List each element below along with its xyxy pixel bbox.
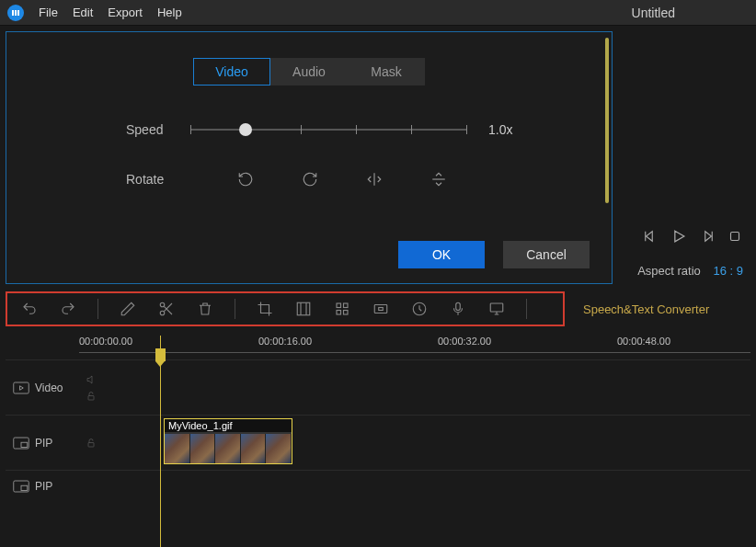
split-icon[interactable] (157, 300, 176, 318)
rotate-label: Rotate (126, 172, 190, 187)
svg-rect-25 (21, 442, 28, 447)
app-logo (7, 5, 24, 21)
speed-row: Speed 1.0x (25, 120, 593, 139)
mute-icon[interactable] (86, 374, 97, 385)
track-video[interactable]: Video (6, 359, 750, 415)
svg-rect-16 (374, 305, 387, 313)
svg-rect-23 (88, 395, 94, 400)
svg-rect-13 (344, 303, 349, 308)
tab-audio[interactable]: Audio (270, 58, 348, 85)
svg-rect-0 (12, 10, 14, 16)
edit-icon[interactable] (119, 300, 137, 318)
aspect-ratio-label: Aspect ratio (637, 264, 701, 278)
rotate-ccw-icon[interactable] (236, 170, 255, 188)
clip-filename: MyVideo_1.gif (165, 419, 292, 432)
cancel-button[interactable]: Cancel (503, 241, 590, 268)
speed-label: Speed (126, 122, 190, 137)
stop-button[interactable] (727, 228, 743, 247)
menu-export[interactable]: Export (108, 6, 143, 19)
freeze-frame-icon[interactable] (372, 300, 390, 318)
aspect-ratio-value[interactable]: 16 : 9 (713, 264, 743, 278)
undo-icon[interactable] (20, 300, 39, 318)
svg-rect-21 (14, 382, 29, 393)
delete-icon[interactable] (196, 300, 214, 318)
svg-rect-28 (21, 485, 28, 490)
speed-value: 1.0x (488, 122, 512, 137)
lock-icon[interactable] (86, 438, 97, 449)
duration-icon[interactable] (410, 300, 429, 318)
dialog-tabs: Video Audio Mask (25, 58, 593, 85)
track-pip-2[interactable]: PIP (6, 470, 750, 501)
playhead[interactable] (160, 336, 161, 547)
svg-rect-2 (17, 10, 19, 16)
svg-marker-6 (705, 232, 712, 242)
track-pip-1[interactable]: PIP MyVideo_1.gif (6, 415, 750, 470)
speed-slider-thumb[interactable] (239, 123, 252, 136)
timeline-toolbar (6, 291, 565, 326)
svg-point-10 (160, 311, 165, 315)
track-pip1-label: PIP (35, 437, 52, 450)
menubar: File Edit Export Help Untitled (0, 0, 756, 26)
rotate-cw-icon[interactable] (301, 170, 319, 188)
timeline-clip[interactable]: MyVideo_1.gif (164, 418, 292, 464)
svg-point-9 (160, 302, 165, 307)
ruler-tick-1: 00:00:16.00 (258, 336, 312, 347)
menu-edit[interactable]: Edit (73, 6, 93, 19)
record-screen-icon[interactable] (487, 300, 506, 318)
svg-marker-5 (675, 231, 684, 242)
play-button[interactable] (670, 227, 688, 248)
speech-text-converter-link[interactable]: Speech&Text Converter (583, 302, 709, 316)
svg-rect-14 (337, 311, 341, 315)
tab-video[interactable]: Video (193, 58, 270, 85)
panel-scrollbar[interactable] (605, 38, 609, 203)
lock-icon[interactable] (86, 391, 97, 402)
timeline-ruler[interactable]: 00:00:00.00 00:00:16.00 00:00:32.00 00:0… (79, 336, 750, 359)
aspect-ratio-row: Aspect ratio 16 : 9 (637, 264, 743, 278)
voiceover-icon[interactable] (449, 300, 467, 318)
tab-mask[interactable]: Mask (348, 58, 425, 85)
playback-controls (642, 227, 743, 248)
rotate-row: Rotate (25, 170, 593, 188)
svg-rect-12 (337, 303, 341, 308)
flip-vertical-icon[interactable] (430, 170, 448, 188)
svg-marker-22 (20, 385, 24, 390)
menu-file[interactable]: File (39, 6, 58, 19)
svg-rect-26 (88, 442, 94, 447)
prev-frame-button[interactable] (642, 228, 659, 247)
mosaic-icon[interactable] (294, 300, 313, 318)
grid-icon[interactable] (333, 300, 351, 318)
clip-properties-panel: Video Audio Mask Speed 1.0x Rotate (6, 31, 613, 284)
track-video-label: Video (35, 382, 63, 394)
redo-icon[interactable] (59, 300, 77, 318)
ruler-tick-0: 00:00:00.00 (79, 336, 132, 347)
svg-rect-20 (490, 303, 503, 312)
speed-slider[interactable] (190, 120, 466, 139)
timeline-tracks: Video PIP MyVideo_1.gif PIP (6, 359, 750, 501)
ruler-tick-3: 00:00:48.00 (617, 336, 670, 347)
flip-horizontal-icon[interactable] (365, 170, 384, 188)
svg-rect-1 (15, 10, 17, 16)
svg-marker-3 (647, 232, 653, 242)
ruler-tick-2: 00:00:32.00 (438, 336, 491, 347)
next-frame-button[interactable] (699, 228, 716, 247)
menu-help[interactable]: Help (157, 6, 182, 19)
svg-rect-8 (731, 233, 739, 241)
svg-rect-15 (344, 311, 349, 315)
svg-rect-19 (456, 302, 461, 310)
document-title: Untitled (632, 6, 675, 20)
preview-panel: Aspect ratio 16 : 9 (613, 26, 756, 283)
svg-rect-17 (379, 308, 384, 311)
track-pip2-label: PIP (35, 480, 52, 493)
crop-icon[interactable] (256, 300, 274, 318)
svg-rect-11 (297, 302, 310, 315)
ok-button[interactable]: OK (398, 241, 485, 268)
